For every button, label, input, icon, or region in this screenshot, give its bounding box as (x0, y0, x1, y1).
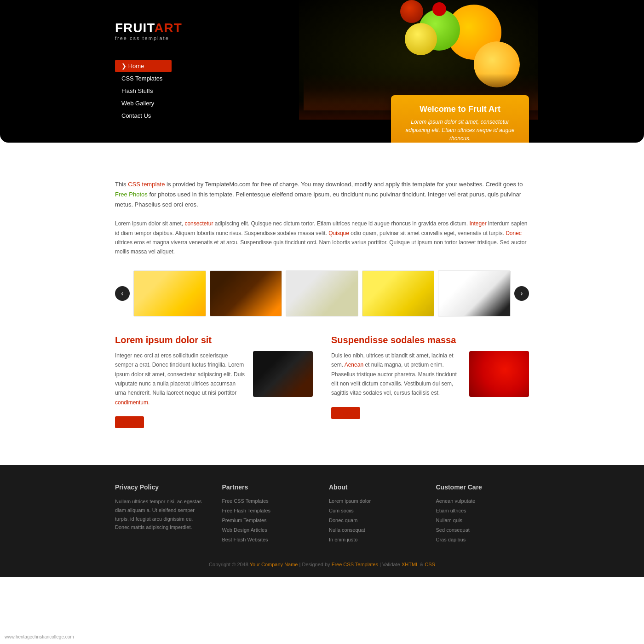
col1-image (253, 351, 313, 397)
logo-accent: ART (154, 21, 182, 35)
column-2: Suspendisse sodales massa Duis leo nibh,… (331, 335, 529, 428)
footer-about-item-4[interactable]: In enim justo (329, 536, 422, 543)
column-1: Lorem ipsum dolor sit Integer nec orci a… (115, 335, 313, 428)
footer-col-customer-care: Customer Care Aenean vulputate Etiam ult… (436, 483, 529, 546)
intro-paragraph: This CSS template is provided by Templat… (115, 179, 529, 210)
nav-item-flash[interactable]: Flash Stuffs (115, 85, 172, 97)
donec-link[interactable]: Donec (506, 230, 522, 236)
css-template-link[interactable]: CSS template (128, 181, 165, 188)
footer-partners-title: Partners (222, 483, 316, 491)
gallery-prev-button[interactable]: ‹ (115, 286, 130, 301)
col2-title: Suspendisse sodales massa (331, 335, 529, 345)
footer-partner-item-1[interactable]: Free Flash Templates (222, 507, 316, 514)
nav-item-home[interactable]: Home (115, 60, 172, 72)
footer-care-item-2[interactable]: Nullam quis (436, 517, 529, 523)
free-photos-link[interactable]: Free Photos (115, 191, 148, 198)
nav-item-css[interactable]: CSS Templates (115, 72, 172, 85)
aenean-link[interactable]: Aenean (345, 362, 363, 368)
logo-subtitle: free css template (115, 35, 182, 41)
gallery-next-button[interactable]: › (514, 286, 529, 301)
footer-partner-item-4[interactable]: Best Flash Websites (222, 536, 316, 543)
welcome-body: Lorem ipsum dolor sit amet, consectetur … (400, 118, 520, 143)
footer-about-list: Lorem ipsum dolor Cum sociis Donec quam … (329, 497, 422, 543)
nav-item-gallery[interactable]: Web Gallery (115, 97, 172, 109)
css-templates-link[interactable]: Free CSS Templates (332, 562, 378, 567)
footer-care-item-3[interactable]: Sed consequat (436, 526, 529, 533)
gallery-strip: ‹ › (115, 270, 529, 316)
footer-about-item-2[interactable]: Donec quam (329, 517, 422, 523)
gallery-item-4[interactable] (438, 270, 511, 316)
col1-more-button[interactable]: more (115, 416, 144, 428)
footer-about-item-1[interactable]: Cum sociis (329, 507, 422, 514)
footer-columns: Privacy Policy Nullam ultrices tempor ni… (115, 483, 529, 546)
gallery-item-1[interactable] (210, 270, 282, 316)
footer-col-about: About Lorem ipsum dolor Cum sociis Donec… (329, 483, 422, 546)
consectetur-link[interactable]: consectetur (184, 220, 213, 227)
footer-care-item-0[interactable]: Aenean vulputate (436, 497, 529, 504)
footer-copyright: Copyright © 2048 Your Company Name | Des… (209, 562, 435, 567)
col2-image (469, 351, 529, 397)
footer-about-item-0[interactable]: Lorem ipsum dolor (329, 497, 422, 504)
css-link[interactable]: CSS (425, 562, 435, 567)
gallery-item-0[interactable] (133, 270, 206, 316)
footer-partner-item-2[interactable]: Premium Templates (222, 517, 316, 523)
main-content: This CSS template is provided by Templat… (115, 143, 529, 447)
footer-partner-item-3[interactable]: Web Design Articles (222, 526, 316, 533)
footer: Privacy Policy Nullam ultrices tempor ni… (0, 465, 644, 577)
two-column-section: Lorem ipsum dolor sit Integer nec orci a… (115, 335, 529, 428)
logo-title: FRUIT (115, 21, 154, 35)
quisque-link[interactable]: Quisque (328, 230, 349, 236)
gallery-item-2[interactable] (286, 270, 358, 316)
col1-text: Integer nec orci at eros sollicitudin sc… (115, 351, 247, 412)
footer-care-list: Aenean vulputate Etiam ultrices Nullam q… (436, 497, 529, 543)
footer-privacy-text: Nullam ultrices tempor nisi, ac egestas … (115, 497, 208, 532)
nav-item-contact[interactable]: Contact Us (115, 109, 172, 122)
footer-care-item-1[interactable]: Etiam ultrices (436, 507, 529, 514)
footer-about-item-3[interactable]: Nulla consequat (329, 526, 422, 533)
footer-partners-list: Free CSS Templates Free Flash Templates … (222, 497, 316, 543)
logo: FRUITART free css template (115, 21, 182, 41)
footer-col-partners: Partners Free CSS Templates Free Flash T… (222, 483, 316, 546)
footer-partner-item-0[interactable]: Free CSS Templates (222, 497, 316, 504)
gallery-item-3[interactable] (362, 270, 435, 316)
gallery-items (133, 270, 511, 316)
xhtml-link[interactable]: XHTML (402, 562, 419, 567)
main-nav: Home CSS Templates Flash Stuffs Web Gall… (115, 60, 172, 122)
footer-care-item-4[interactable]: Cras dapibus (436, 536, 529, 543)
company-name-link[interactable]: Your Company Name (250, 562, 298, 567)
col2-text: Duis leo nibh, ultrices ut blandit sit a… (331, 351, 463, 402)
col1-title: Lorem ipsum dolor sit (115, 335, 313, 345)
footer-care-title: Customer Care (436, 483, 529, 491)
welcome-title: Welcome to Fruit Art (400, 104, 520, 114)
footer-about-title: About (329, 483, 422, 491)
body-paragraph: Lorem ipsum dolor sit amet, consectetur … (115, 219, 529, 257)
col2-more-button[interactable]: more (331, 407, 360, 419)
welcome-box: Welcome to Fruit Art Lorem ipsum dolor s… (391, 95, 529, 143)
condimentum-link[interactable]: condimentum (115, 399, 148, 406)
footer-privacy-title: Privacy Policy (115, 483, 208, 491)
integer-link[interactable]: Integer (469, 220, 486, 227)
footer-col-privacy: Privacy Policy Nullam ultrices tempor ni… (115, 483, 208, 546)
